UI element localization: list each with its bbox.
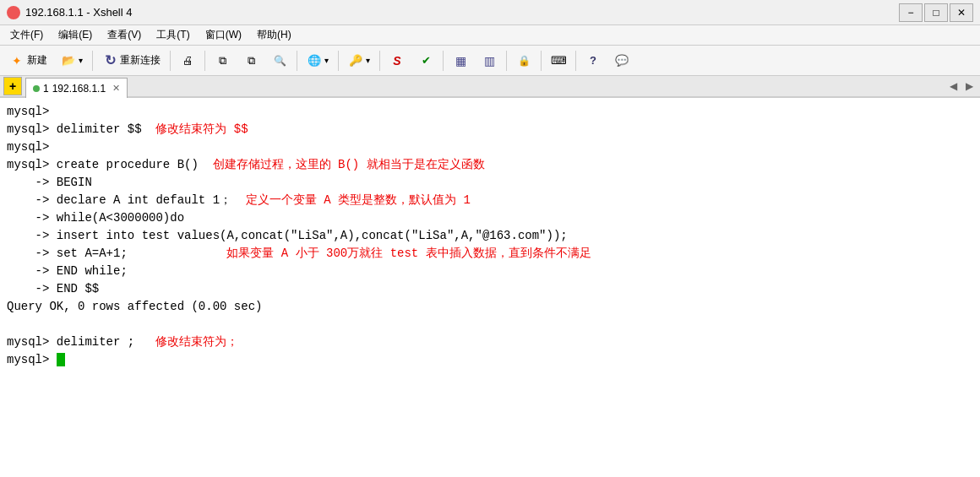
terminal-cursor: [57, 353, 65, 366]
comment-4: 创建存储过程，这里的 B() 就相当于是在定义函数: [213, 158, 485, 171]
terminal-line-12: Query OK, 0 rows affected (0.00 sec): [7, 298, 973, 316]
toolbar: 新建 重新连接: [0, 46, 980, 76]
window-controls: − □ ✕: [899, 3, 973, 22]
terminal-line-7: -> while(A<3000000)do: [7, 209, 973, 227]
terminal-line-2: mysql> delimiter $$ 修改结束符为 $$: [7, 121, 973, 138]
copy-icon: [215, 53, 230, 68]
kbd-icon: [551, 53, 566, 68]
toolbar-sep-9: [541, 51, 542, 71]
kbd-button[interactable]: [545, 50, 572, 72]
grid2-button[interactable]: [476, 50, 503, 72]
tab-number: 1: [43, 83, 49, 95]
menu-window[interactable]: 窗口(W): [199, 26, 248, 44]
tab-scroll-arrows: ◀ ▶: [946, 80, 980, 92]
menu-tools[interactable]: 工具(T): [150, 26, 196, 44]
terminal-line-9: -> set A=A+1; 如果变量 A 小于 300万就往 test 表中插入…: [7, 245, 973, 263]
check-button[interactable]: [412, 50, 439, 72]
tab-next-arrow[interactable]: ▶: [962, 80, 977, 92]
toolbar-sep-4: [297, 51, 297, 71]
terminal-line-8: -> insert into test values(A,concat("LiS…: [7, 227, 973, 245]
comment-9: 如果变量 A 小于 300万就往 test 表中插入数据，直到条件不满足: [226, 247, 591, 260]
chat-icon: [614, 53, 629, 68]
globe-button[interactable]: [301, 50, 335, 72]
tab-bar: + 1 192.168.1.1 ✕ ◀ ▶: [0, 76, 980, 98]
toolbar-sep-3: [204, 51, 205, 71]
tab-prev-arrow[interactable]: ◀: [946, 80, 961, 92]
reconnect-icon: [102, 53, 117, 68]
print-icon: [180, 53, 195, 68]
tab-host: 192.168.1.1: [52, 83, 106, 95]
comment-6: 定义一个变量 A 类型是整数，默认值为 1: [246, 193, 471, 207]
help-button[interactable]: [580, 50, 607, 72]
terminal-line-14: mysql> delimiter ; 修改结束符为；: [7, 333, 973, 351]
key-icon: [348, 53, 363, 68]
new-icon: [9, 53, 24, 68]
app-icon: [7, 6, 20, 19]
new-label: 新建: [27, 53, 47, 68]
chat-button[interactable]: [608, 50, 635, 72]
reconnect-label: 重新连接: [120, 53, 161, 68]
terminal-line-3: mysql>: [7, 138, 973, 156]
terminal-line-13: [7, 316, 973, 333]
open-button[interactable]: [55, 50, 89, 72]
terminal-line-1: mysql>: [7, 103, 973, 121]
terminal-line-10: -> END while;: [7, 263, 973, 280]
menu-view[interactable]: 查看(V): [101, 26, 148, 44]
terminal-line-11: -> END $$: [7, 280, 973, 298]
new-button[interactable]: 新建: [3, 50, 53, 72]
copy2-button[interactable]: [237, 50, 264, 72]
window-title: 192.168.1.1 - Xshell 4: [25, 6, 132, 19]
toolbar-sep-8: [506, 51, 507, 71]
comment-14: 修改结束符为；: [155, 335, 238, 349]
terminal-line-6: -> declare A int default 1； 定义一个变量 A 类型是…: [7, 192, 973, 209]
open-icon: [61, 53, 76, 68]
add-tab-button[interactable]: +: [3, 77, 22, 95]
check-icon: [418, 53, 433, 68]
key-button[interactable]: [342, 50, 376, 72]
close-button[interactable]: ✕: [950, 3, 973, 22]
grid-icon: [453, 53, 468, 68]
comment-2: 修改结束符为 $$: [155, 122, 248, 136]
menu-edit[interactable]: 编辑(E): [52, 26, 99, 44]
find-icon: [272, 53, 287, 68]
s-button[interactable]: [384, 50, 411, 72]
terminal-line-5: -> BEGIN: [7, 174, 973, 192]
minimize-button[interactable]: −: [899, 3, 923, 22]
grid2-icon: [482, 53, 497, 68]
toolbar-sep-6: [379, 51, 380, 71]
toolbar-sep-1: [92, 51, 93, 71]
find-button[interactable]: [266, 50, 293, 72]
toolbar-sep-7: [443, 51, 444, 71]
terminal-area[interactable]: mysql> mysql> delimiter $$ 修改结束符为 $$ mys…: [0, 98, 980, 477]
title-bar: 192.168.1.1 - Xshell 4 − □ ✕: [0, 0, 980, 25]
toolbar-sep-2: [170, 51, 171, 71]
copy-button[interactable]: [209, 50, 236, 72]
s-icon: [389, 53, 405, 68]
menu-help[interactable]: 帮助(H): [250, 26, 298, 44]
globe-icon: [307, 53, 322, 68]
tab-close-button[interactable]: ✕: [112, 83, 120, 94]
copy2-icon: [243, 53, 259, 68]
lock-icon: [516, 53, 531, 68]
help-icon: [585, 53, 601, 68]
menu-bar: 文件(F) 编辑(E) 查看(V) 工具(T) 窗口(W) 帮助(H): [0, 25, 980, 46]
terminal-line-15: mysql>: [7, 351, 973, 369]
maximize-button[interactable]: □: [924, 3, 948, 22]
toolbar-sep-10: [575, 51, 576, 71]
tab-status-dot: [33, 85, 40, 92]
toolbar-sep-5: [338, 51, 339, 71]
lock-button[interactable]: [510, 50, 537, 72]
menu-file[interactable]: 文件(F): [3, 26, 50, 44]
session-tab[interactable]: 1 192.168.1.1 ✕: [25, 78, 128, 98]
grid-button[interactable]: [447, 50, 474, 72]
reconnect-button[interactable]: 重新连接: [96, 50, 166, 72]
print-button[interactable]: [174, 50, 201, 72]
terminal-line-4: mysql> create procedure B() 创建存储过程，这里的 B…: [7, 156, 973, 174]
